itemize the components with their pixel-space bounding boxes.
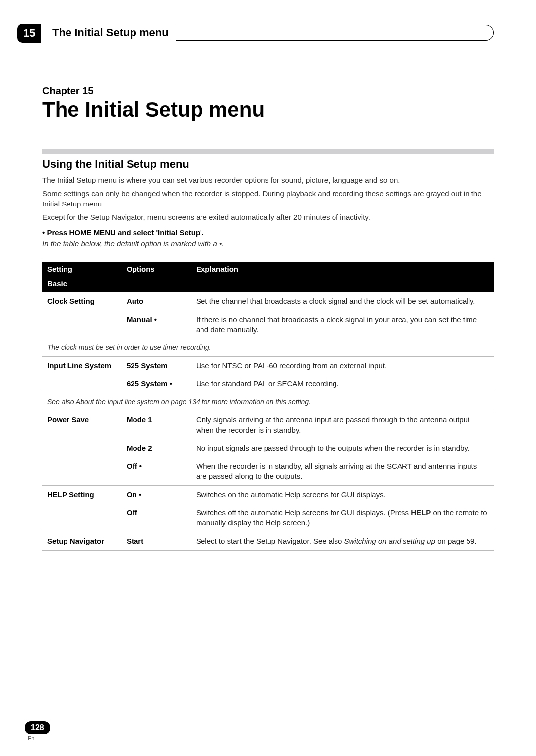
header-rule: [176, 25, 494, 41]
setup-nav-suffix: on page 59.: [435, 537, 476, 545]
setting-empty: [42, 439, 122, 457]
setting-empty: [42, 504, 122, 532]
col-header-setting: Setting: [42, 262, 122, 276]
explanation-mode1: Only signals arriving at the antenna inp…: [191, 411, 494, 439]
page-language: En: [28, 735, 50, 741]
default-option-note: In the table below, the default option i…: [42, 239, 494, 248]
setting-clock: Clock Setting: [42, 292, 122, 311]
explanation-setup-navigator: Select to start the Setup Navigator. See…: [191, 532, 494, 550]
setting-input-line: Input Line System: [42, 356, 122, 375]
instruction-row: • Press HOME MENU and select 'Initial Se…: [42, 228, 494, 237]
default-note-suffix: .: [222, 239, 224, 248]
setting-empty: [42, 457, 122, 485]
explanation-525: Use for NTSC or PAL-60 recording from an…: [191, 356, 494, 375]
table-row: Manual • If there is no channel that bro…: [42, 311, 494, 339]
input-line-note: See also About the input line system on …: [42, 393, 494, 411]
explanation-help-on: Switches on the automatic Help screens f…: [191, 485, 494, 504]
settings-table: Setting Options Explanation Basic Clock …: [42, 262, 494, 551]
bullet-prefix: •: [42, 228, 47, 237]
option-mode2: Mode 2: [122, 439, 191, 457]
col-header-options: Options: [122, 262, 191, 276]
option-525: 525 System: [122, 356, 191, 375]
explanation-mode2: No input signals are passed through to t…: [191, 439, 494, 457]
col-header-explanation: Explanation: [191, 262, 494, 276]
option-mode1: Mode 1: [122, 411, 191, 439]
bullet-instruction: Press HOME MENU and select 'Initial Setu…: [47, 228, 203, 237]
setting-help: HELP Setting: [42, 485, 122, 504]
table-note-row: The clock must be set in order to use ti…: [42, 339, 494, 357]
option-off: Off •: [122, 457, 191, 485]
explanation-help-off: Switches off the automatic Help screens …: [191, 504, 494, 532]
table-row: HELP Setting On • Switches on the automa…: [42, 485, 494, 504]
setting-setup-navigator: Setup Navigator: [42, 532, 122, 550]
help-off-bold: HELP: [411, 508, 431, 517]
input-note-prefix: See also: [47, 398, 76, 406]
intro-paragraph-2: Some settings can only be changed when t…: [42, 188, 494, 209]
table-row: Clock Setting Auto Set the channel that …: [42, 292, 494, 311]
help-off-prefix: Switches off the automatic Help screens …: [196, 508, 411, 517]
table-header-row: Setting Options Explanation: [42, 262, 494, 276]
option-clock-auto: Auto: [122, 292, 191, 311]
default-note-prefix: In the table below, the default option i…: [42, 239, 219, 248]
setup-nav-italic: Switching on and setting up: [344, 537, 435, 545]
explanation-625: Use for standard PAL or SECAM recording.: [191, 375, 494, 393]
page-number: 128: [25, 721, 50, 734]
option-help-on: On •: [122, 485, 191, 504]
page-title: The Initial Setup menu: [42, 98, 494, 122]
setup-nav-prefix: Select to start the Setup Navigator. See…: [196, 537, 344, 545]
intro-paragraph-1: The Initial Setup menu is where you can …: [42, 175, 494, 185]
explanation-off: When the recorder is in standby, all sig…: [191, 457, 494, 485]
header-title: The Initial Setup menu: [52, 26, 169, 39]
setting-empty: [42, 375, 122, 393]
option-help-off: Off: [122, 504, 191, 532]
section-divider: [42, 149, 494, 154]
table-row: Mode 2 No input signals are passed throu…: [42, 439, 494, 457]
table-section-basic: Basic: [42, 276, 494, 292]
setting-empty: [42, 311, 122, 339]
page-footer: 128 En: [25, 721, 50, 741]
explanation-clock-manual: If there is no channel that broadcasts a…: [191, 311, 494, 339]
explanation-clock-auto: Set the channel that broadcasts a clock …: [191, 292, 494, 311]
section-heading: Using the Initial Setup menu: [42, 158, 494, 171]
table-row: Power Save Mode 1 Only signals arriving …: [42, 411, 494, 439]
chapter-number-tab: 15: [17, 24, 41, 43]
option-clock-manual: Manual •: [122, 311, 191, 339]
page-header-bar: The Initial Setup menu: [52, 25, 494, 41]
clock-note: The clock must be set in order to use ti…: [42, 339, 494, 357]
table-note-row: See also About the input line system on …: [42, 393, 494, 411]
option-625: 625 System •: [122, 375, 191, 393]
setting-power-save: Power Save: [42, 411, 122, 439]
intro-paragraph-3: Except for the Setup Navigator, menu scr…: [42, 212, 494, 222]
section-basic-label: Basic: [42, 276, 494, 292]
table-row: Setup Navigator Start Select to start th…: [42, 532, 494, 550]
chapter-label: Chapter 15: [42, 85, 494, 97]
table-row: 625 System • Use for standard PAL or SEC…: [42, 375, 494, 393]
input-note-italic: About the input line system: [76, 398, 159, 406]
input-note-suffix: on page 134 for more information on this…: [159, 398, 311, 406]
option-start: Start: [122, 532, 191, 550]
table-row: Off • When the recorder is in standby, a…: [42, 457, 494, 485]
table-row: Input Line System 525 System Use for NTS…: [42, 356, 494, 375]
table-row: Off Switches off the automatic Help scre…: [42, 504, 494, 532]
